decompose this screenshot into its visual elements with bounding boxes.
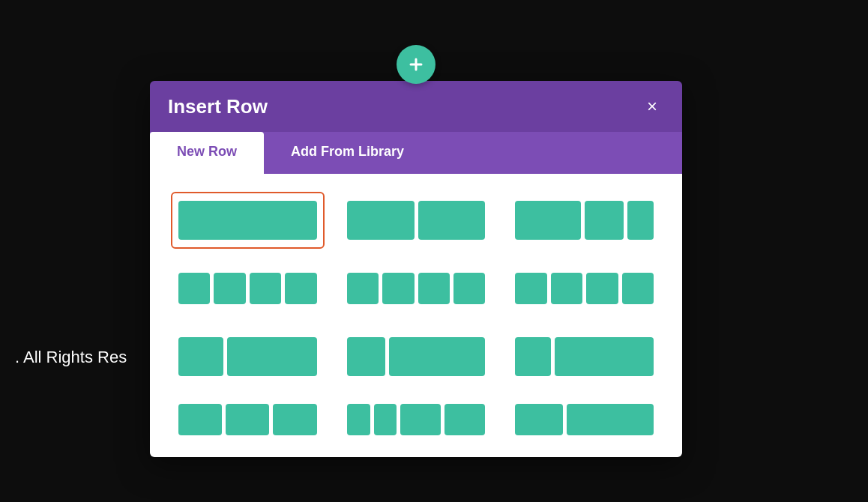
col-block: [400, 404, 441, 435]
add-row-trigger-button[interactable]: [397, 45, 435, 84]
layout-3col-inner: [515, 201, 654, 240]
col-block: [622, 273, 654, 304]
col-block: [214, 273, 245, 304]
col-block: [374, 404, 397, 435]
modal-header: Insert Row ×: [150, 81, 682, 132]
col-block: [347, 201, 415, 240]
col-block: [382, 273, 414, 304]
layout-option-1col[interactable]: [171, 192, 325, 249]
layout-small-large-3-inner: [515, 337, 654, 376]
layout-option-3col[interactable]: [507, 192, 661, 249]
layout-4col-c-inner: [515, 273, 654, 304]
col-block: [389, 337, 485, 376]
layout-4col-a-inner: [178, 273, 317, 304]
col-block: [347, 273, 379, 304]
col-block: [515, 337, 550, 376]
col-block: [586, 273, 618, 304]
col-block: [178, 201, 317, 240]
tab-add-from-library[interactable]: Add From Library: [264, 132, 431, 174]
layout-option-4col-c[interactable]: [507, 264, 661, 313]
col-block: [227, 337, 317, 376]
layout-grid: [171, 192, 661, 439]
modal-wrapper: Insert Row × New Row Add From Library: [150, 45, 682, 457]
col-block: [555, 337, 654, 376]
col-block: [418, 273, 450, 304]
modal-close-button[interactable]: ×: [640, 94, 664, 118]
layout-option-4col-b[interactable]: [340, 264, 493, 313]
col-block: [567, 404, 654, 435]
layout-1col-inner: [178, 201, 317, 240]
col-block: [515, 201, 580, 240]
col-block: [178, 337, 223, 376]
tab-new-row[interactable]: New Row: [150, 132, 264, 174]
background-text: . All Rights Res: [0, 340, 142, 375]
layout-bottom-a-inner: [178, 404, 317, 435]
col-block: [515, 273, 546, 304]
layout-option-small-large[interactable]: [171, 328, 325, 385]
col-block: [585, 201, 624, 240]
insert-row-modal: Insert Row × New Row Add From Library: [150, 81, 682, 457]
layout-bottom-c-inner: [515, 404, 654, 435]
layout-2col-inner: [347, 201, 486, 240]
modal-tabs: New Row Add From Library: [150, 132, 682, 174]
col-block: [444, 404, 485, 435]
layout-4col-b-inner: [347, 273, 486, 304]
col-block: [453, 273, 485, 304]
layout-option-small-large-2[interactable]: [340, 328, 493, 385]
layout-option-4col-a[interactable]: [171, 264, 325, 313]
col-block: [178, 404, 222, 435]
layout-option-small-large-3[interactable]: [507, 328, 661, 385]
layout-option-bottom-b[interactable]: [340, 400, 493, 439]
col-block: [347, 337, 385, 376]
layout-bottom-b-inner: [347, 404, 486, 435]
col-block: [250, 273, 281, 304]
modal-body: [150, 174, 682, 457]
layout-option-2col[interactable]: [340, 192, 493, 249]
col-block: [551, 273, 582, 304]
col-block: [347, 404, 370, 435]
col-block: [418, 201, 486, 240]
modal-title: Insert Row: [168, 95, 268, 118]
col-block: [627, 201, 654, 240]
layout-small-large-2-inner: [347, 337, 486, 376]
layout-option-bottom-a[interactable]: [171, 400, 325, 439]
col-block: [226, 404, 269, 435]
col-block: [285, 273, 316, 304]
layout-small-large-inner: [178, 337, 317, 376]
col-block: [273, 404, 316, 435]
col-block: [178, 273, 210, 304]
layout-option-bottom-c[interactable]: [507, 400, 661, 439]
col-block: [515, 404, 563, 435]
